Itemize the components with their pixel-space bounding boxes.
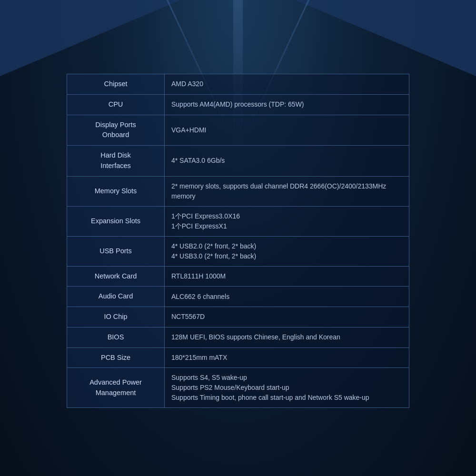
table-row: ChipsetAMD A320 [67, 74, 409, 95]
table-row: Expansion Slots1个PCI Express3.0X161个PCI … [67, 206, 409, 236]
table-label-cell: USB Ports [67, 236, 165, 266]
table-value-cell: Supports S4, S5 wake-upSupports PS2 Mous… [165, 368, 409, 408]
table-label-cell: CPU [67, 94, 165, 115]
table-value-cell: 180*215mm mATX [165, 347, 409, 368]
table-value-cell: Supports AM4(AMD) processors (TDP: 65W) [165, 94, 409, 115]
table-row: Audio CardALC662 6 channels [67, 287, 409, 307]
bg-triangle-left [0, 0, 181, 76]
table-label-cell: IO Chip [67, 307, 165, 327]
table-value-cell: 128M UEFI, BIOS supports Chinese, Englis… [165, 327, 409, 347]
table-value-cell: RTL8111H 1000M [165, 266, 409, 287]
table-label-cell: Audio Card [67, 287, 165, 307]
table-value-cell: ALC662 6 channels [165, 287, 409, 307]
table-row: Advanced PowerManagementSupports S4, S5 … [67, 368, 409, 408]
table-row: Network CardRTL8111H 1000M [67, 266, 409, 287]
table-row: BIOS128M UEFI, BIOS supports Chinese, En… [67, 327, 409, 347]
table-value-cell: NCT5567D [165, 307, 409, 327]
table-value-cell: 2* memory slots, supports dual channel D… [165, 176, 409, 206]
table-label-cell: PCB Size [67, 347, 165, 368]
table-value-cell: 1个PCI Express3.0X161个PCI ExpressX1 [165, 206, 409, 236]
table-label-cell: Advanced PowerManagement [67, 368, 165, 408]
table-row: Display PortsOnboardVGA+HDMI [67, 115, 409, 146]
table-value-cell: 4* USB2.0 (2* front, 2* back)4* USB3.0 (… [165, 236, 409, 266]
specs-table-wrapper: ChipsetAMD A320CPUSupports AM4(AMD) proc… [67, 74, 409, 452]
table-value-cell: AMD A320 [165, 74, 409, 95]
bg-triangle-right [295, 0, 476, 76]
table-label-cell: Hard DiskInterfaces [67, 146, 165, 177]
table-label-cell: Chipset [67, 74, 165, 95]
table-value-cell: VGA+HDMI [165, 115, 409, 146]
table-label-cell: Expansion Slots [67, 206, 165, 236]
table-label-cell: Network Card [67, 266, 165, 287]
table-row: USB Ports4* USB2.0 (2* front, 2* back)4*… [67, 236, 409, 266]
table-row: Hard DiskInterfaces4* SATA3.0 6Gb/s [67, 146, 409, 177]
table-label-cell: Display PortsOnboard [67, 115, 165, 146]
specs-table: ChipsetAMD A320CPUSupports AM4(AMD) proc… [67, 74, 409, 408]
table-value-cell: 4* SATA3.0 6Gb/s [165, 146, 409, 177]
table-row: IO ChipNCT5567D [67, 307, 409, 327]
table-label-cell: Memory Slots [67, 176, 165, 206]
table-row: Memory Slots2* memory slots, supports du… [67, 176, 409, 206]
table-row: CPUSupports AM4(AMD) processors (TDP: 65… [67, 94, 409, 115]
table-label-cell: BIOS [67, 327, 165, 347]
table-row: PCB Size180*215mm mATX [67, 347, 409, 368]
